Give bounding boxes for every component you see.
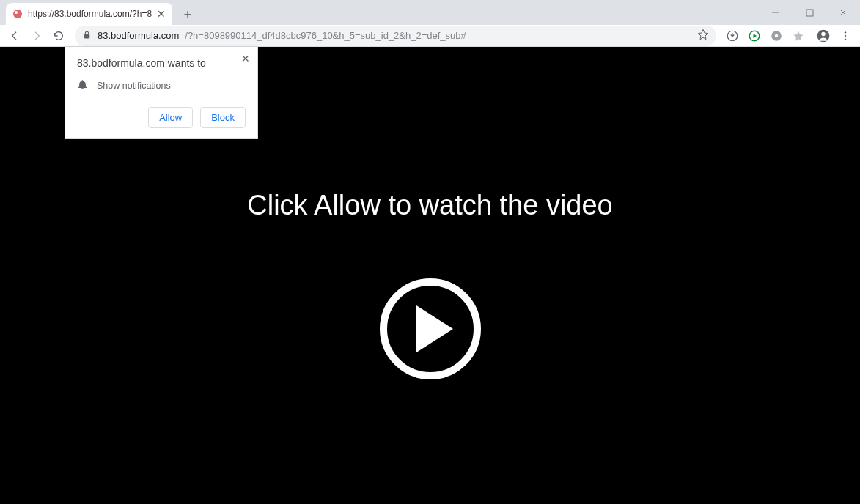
play-button[interactable]	[380, 278, 481, 379]
svg-point-15	[845, 38, 846, 40]
play-icon	[416, 305, 453, 352]
lock-icon	[82, 30, 92, 42]
svg-point-14	[845, 34, 846, 36]
popup-close-icon[interactable]: ✕	[241, 53, 250, 64]
notification-permission-popup: ✕ 83.bodformula.com wants to Show notifi…	[65, 47, 258, 139]
bell-icon	[77, 79, 88, 92]
nav-reload-button[interactable]	[48, 26, 69, 46]
svg-point-13	[845, 32, 846, 33]
profile-avatar-icon[interactable]	[813, 26, 834, 46]
page-headline: Click Allow to watch the video	[0, 190, 860, 221]
window-minimize-icon[interactable]	[759, 0, 793, 25]
nav-forward-button[interactable]	[26, 26, 47, 46]
extension-star-icon[interactable]	[788, 26, 809, 46]
url-path: /?h=8098990114_df4d8cbc976_10&h_5=sub_id…	[185, 30, 466, 41]
window-titlebar: https://83.bodformula.com/?h=8 ✕ ＋	[0, 0, 860, 25]
extension-play-icon[interactable]	[744, 26, 765, 46]
address-bar[interactable]: 83.bodformula.com/?h=8098990114_df4d8cbc…	[75, 26, 716, 46]
block-button[interactable]: Block	[200, 107, 246, 128]
bookmark-star-icon[interactable]	[697, 29, 709, 42]
extension-download-icon[interactable]	[722, 26, 743, 46]
url-host: 83.bodformula.com	[98, 30, 179, 41]
svg-rect-3	[806, 10, 813, 16]
nav-back-button[interactable]	[4, 26, 25, 46]
window-controls	[759, 0, 860, 25]
svg-point-1	[15, 11, 18, 14]
browser-toolbar: 83.bodformula.com/?h=8098990114_df4d8cbc…	[0, 25, 860, 47]
popup-permission-text: Show notifications	[97, 81, 171, 91]
svg-point-12	[821, 32, 826, 36]
kebab-menu-icon[interactable]	[835, 26, 856, 46]
window-close-icon[interactable]	[826, 0, 860, 25]
svg-point-0	[13, 10, 22, 18]
window-maximize-icon[interactable]	[793, 0, 826, 25]
svg-point-10	[775, 34, 779, 37]
tab-close-icon[interactable]: ✕	[156, 8, 166, 20]
new-tab-button[interactable]: ＋	[178, 4, 197, 23]
extension-circle-icon[interactable]	[766, 26, 787, 46]
browser-tab[interactable]: https://83.bodformula.com/?h=8 ✕	[6, 3, 172, 25]
svg-rect-6	[84, 34, 90, 37]
tab-title: https://83.bodformula.com/?h=8	[28, 9, 152, 19]
allow-button[interactable]: Allow	[148, 107, 193, 128]
page-content: Click Allow to watch the video ✕ 83.bodf…	[0, 47, 860, 504]
popup-site-line: 83.bodformula.com wants to	[77, 57, 246, 69]
tab-favicon	[12, 8, 23, 20]
